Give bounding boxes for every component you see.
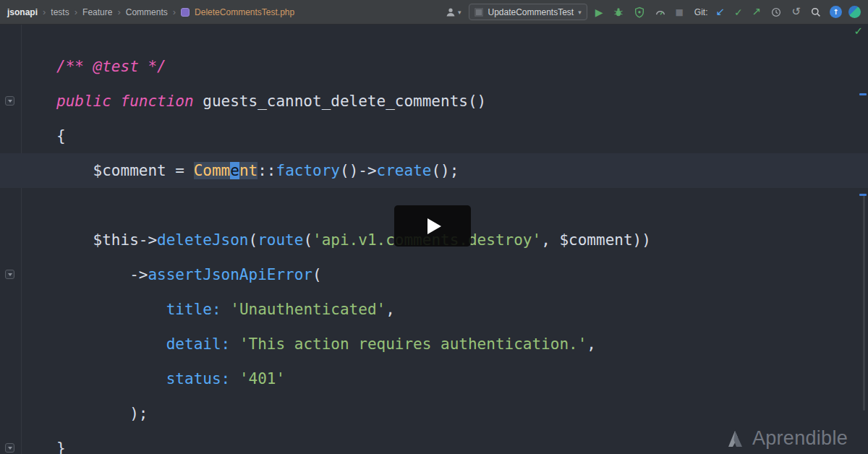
code-token: $comment = bbox=[56, 162, 194, 179]
code-token: ()-> bbox=[340, 162, 377, 179]
code-token: (); bbox=[431, 162, 459, 179]
code-token: create bbox=[377, 162, 432, 179]
breadcrumb-item-feature[interactable]: Feature bbox=[82, 7, 112, 17]
code-token: public function bbox=[56, 93, 203, 110]
chevron-down-icon: ▾ bbox=[458, 9, 461, 16]
code-token: e bbox=[230, 162, 239, 179]
code-token: ( bbox=[249, 231, 258, 249]
git-history-button[interactable] bbox=[769, 5, 783, 20]
plugin-status-icon[interactable] bbox=[848, 6, 861, 18]
code-token: Comm bbox=[194, 162, 231, 179]
arrow-up-icon: ↑ bbox=[833, 8, 838, 16]
git-commit-button[interactable]: ✓ bbox=[733, 6, 744, 19]
code-token: } bbox=[56, 440, 66, 454]
chevron-down-icon: ▾ bbox=[578, 9, 582, 16]
arrow-up-right-icon: ↗ bbox=[752, 7, 762, 17]
code-token: status: bbox=[166, 370, 239, 387]
editor-scrollbar[interactable] bbox=[863, 194, 865, 411]
gauge-icon bbox=[655, 7, 666, 18]
scrollbar-occurrence-marker[interactable] bbox=[859, 194, 867, 196]
run-configuration-select[interactable]: UpdateCommentsTest ▾ bbox=[469, 4, 587, 20]
aprendible-logo-icon bbox=[724, 428, 746, 450]
code-token bbox=[56, 301, 166, 318]
video-play-button[interactable] bbox=[394, 205, 471, 247]
code-token: 'Unauthenticated' bbox=[230, 301, 386, 318]
notification-badge[interactable]: ↑ bbox=[830, 6, 842, 18]
fold-marker-icon[interactable] bbox=[5, 96, 14, 106]
code-token: '401' bbox=[239, 370, 285, 387]
git-rollback-button[interactable]: ↺ bbox=[790, 5, 802, 19]
breadcrumb-file[interactable]: DeleteCommentsTest.php bbox=[195, 7, 294, 17]
watermark-text: Aprendible bbox=[752, 427, 848, 450]
code-token: nt bbox=[239, 162, 258, 179]
clock-icon bbox=[770, 7, 782, 18]
code-token: deleteJson bbox=[157, 231, 248, 249]
code-token: , $comment)) bbox=[541, 231, 651, 249]
arrow-down-left-icon: ↙ bbox=[716, 7, 726, 17]
toolbar-right-group: ▾ UpdateCommentsTest ▾ ▶ bbox=[443, 4, 861, 20]
main-toolbar: jsonapi › tests › Feature › Comments › D… bbox=[0, 0, 868, 25]
debug-button[interactable] bbox=[611, 5, 626, 20]
rollback-icon: ↺ bbox=[791, 7, 801, 17]
git-push-button[interactable]: ↗ bbox=[751, 5, 763, 19]
code-token: $this-> bbox=[56, 231, 157, 249]
php-file-icon bbox=[181, 8, 190, 17]
watermark: Aprendible bbox=[724, 427, 848, 450]
user-icon bbox=[445, 7, 456, 18]
code-token: title: bbox=[166, 301, 231, 318]
git-label: Git: bbox=[694, 7, 708, 17]
breadcrumb-item-comments[interactable]: Comments bbox=[126, 7, 168, 17]
code-token bbox=[56, 335, 166, 353]
code-token: , bbox=[386, 301, 395, 318]
code-line[interactable]: /** @test */ bbox=[0, 49, 868, 84]
chevron-right-icon: › bbox=[43, 7, 46, 17]
breadcrumb-item-tests[interactable]: tests bbox=[51, 7, 69, 17]
bug-icon bbox=[613, 7, 624, 18]
coverage-shield-icon bbox=[634, 7, 645, 18]
stop-button[interactable]: ■ bbox=[674, 7, 685, 18]
breadcrumb: jsonapi › tests › Feature › Comments › D… bbox=[7, 7, 294, 17]
fold-marker-icon[interactable] bbox=[5, 443, 14, 453]
git-update-button[interactable]: ↙ bbox=[715, 5, 727, 19]
chevron-right-icon: › bbox=[117, 7, 120, 17]
code-token: factory bbox=[276, 162, 340, 179]
run-config-label: UpdateCommentsTest bbox=[488, 7, 574, 17]
code-line[interactable]: public function guests_cannot_delete_com… bbox=[0, 84, 868, 119]
code-line[interactable]: ); bbox=[0, 396, 868, 431]
code-line[interactable]: status: '401' bbox=[0, 361, 868, 396]
code-token: ( bbox=[303, 231, 312, 249]
code-token: detail: bbox=[166, 335, 239, 353]
breadcrumb-project[interactable]: jsonapi bbox=[7, 7, 38, 17]
code-line[interactable]: ->assertJsonApiError( bbox=[0, 257, 868, 292]
play-icon: ▶ bbox=[595, 7, 603, 17]
check-icon: ✓ bbox=[734, 7, 743, 17]
play-icon bbox=[427, 218, 441, 234]
run-with-coverage-button[interactable] bbox=[632, 5, 647, 20]
scrollbar-occurrence-marker[interactable] bbox=[859, 93, 867, 95]
chevron-right-icon: › bbox=[173, 7, 176, 17]
run-button[interactable]: ▶ bbox=[594, 6, 605, 19]
code-token: :: bbox=[258, 162, 276, 179]
code-token bbox=[56, 370, 166, 387]
stop-icon: ■ bbox=[676, 8, 684, 17]
code-token: -> bbox=[56, 266, 148, 283]
code-token: 'This action requires authentication.' bbox=[239, 335, 587, 353]
code-line[interactable]: $comment = Comment::factory()->create(); bbox=[0, 153, 868, 188]
code-line[interactable]: title: 'Unauthenticated', bbox=[0, 292, 868, 327]
code-line[interactable]: { bbox=[0, 119, 868, 153]
search-icon bbox=[810, 7, 822, 18]
search-everywhere-button[interactable] bbox=[809, 5, 823, 20]
user-account-button[interactable]: ▾ bbox=[443, 5, 463, 20]
inspections-ok-icon: ✓ bbox=[854, 25, 863, 38]
code-line[interactable]: detail: 'This action requires authentica… bbox=[0, 327, 868, 361]
code-token: guests_cannot_delete_comments bbox=[203, 93, 468, 110]
chevron-right-icon: › bbox=[75, 7, 77, 17]
code-token: /** @test */ bbox=[56, 58, 166, 75]
code-token: ( bbox=[312, 266, 322, 283]
fold-marker-icon[interactable] bbox=[5, 270, 14, 279]
code-token: ); bbox=[56, 405, 148, 422]
code-token: () bbox=[468, 93, 486, 110]
profiler-button[interactable] bbox=[653, 5, 668, 20]
ide-window: jsonapi › tests › Feature › Comments › D… bbox=[0, 0, 868, 454]
code-token: assertJsonApiError bbox=[148, 266, 312, 283]
